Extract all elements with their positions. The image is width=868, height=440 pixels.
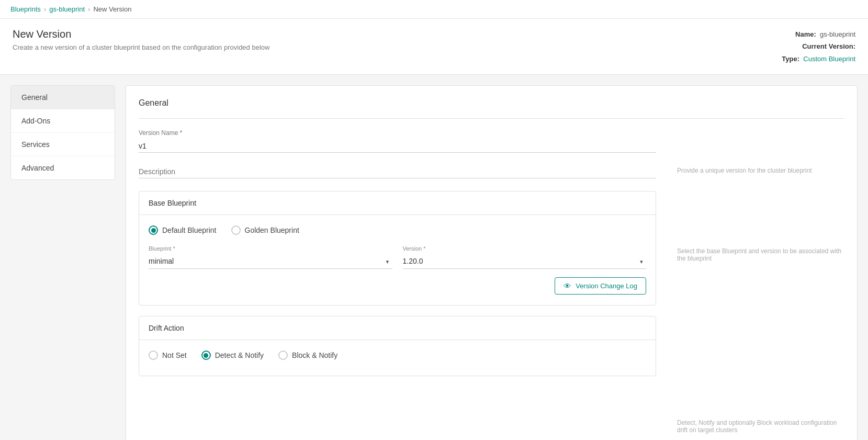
sidebar-item-general[interactable]: General	[11, 86, 115, 109]
base-blueprint-radio-group: Default Blueprint Golden Blueprint	[149, 225, 646, 235]
main-layout: General Add-Ons Services Advanced Genera…	[0, 75, 868, 440]
description-field	[139, 165, 656, 178]
breadcrumb-blueprints[interactable]: Blueprints	[10, 5, 41, 13]
drift-action-section: Drift Action Not Set Detect & Notify	[139, 316, 656, 376]
radio-golden-blueprint-circle	[231, 225, 241, 235]
blueprint-select-group: Blueprint * minimal default custom	[149, 245, 392, 269]
header-left: New Version Create a new version of a cl…	[13, 28, 269, 51]
change-log-row: 👁 Version Change Log	[149, 277, 646, 295]
version-select-label: Version *	[403, 245, 647, 252]
sidebar: General Add-Ons Services Advanced	[10, 85, 115, 180]
blueprint-select-label: Blueprint *	[149, 245, 392, 252]
radio-default-blueprint-circle	[149, 225, 158, 235]
base-blueprint-hint: Select the base Blueprint and version to…	[677, 242, 844, 262]
content-area: General Version Name * Base Blueprint	[126, 85, 858, 440]
version-name-input[interactable]	[139, 140, 656, 153]
radio-golden-blueprint[interactable]: Golden Blueprint	[231, 225, 299, 235]
meta-type: Type: Custom Blueprint	[782, 53, 855, 65]
version-name-label: Version Name *	[139, 129, 656, 137]
select-row: Blueprint * minimal default custom	[149, 245, 646, 269]
page-title: New Version	[13, 28, 269, 40]
sidebar-item-addons[interactable]: Add-Ons	[11, 109, 115, 133]
meta-version-label: Current Version:	[802, 42, 855, 50]
drift-radio-group: Not Set Detect & Notify Block & Notify	[149, 351, 646, 360]
radio-block-notify-circle	[278, 351, 288, 360]
version-change-log-button[interactable]: 👁 Version Change Log	[555, 277, 646, 295]
eye-icon: 👁	[563, 281, 571, 290]
blueprint-select-wrapper: minimal default custom	[149, 254, 392, 269]
radio-block-notify[interactable]: Block & Notify	[278, 351, 337, 360]
base-blueprint-body: Default Blueprint Golden Blueprint Bluep…	[139, 215, 656, 305]
version-name-hint: Provide a unique version for the cluster…	[677, 162, 844, 174]
radio-block-notify-label: Block & Notify	[292, 351, 337, 359]
breadcrumb: Blueprints › gs-blueprint › New Version	[0, 0, 868, 19]
form-main: Version Name * Base Blueprint	[139, 129, 656, 434]
base-blueprint-header: Base Blueprint	[139, 191, 656, 215]
header-right: Name: gs-blueprint Current Version: Type…	[782, 28, 855, 65]
meta-type-value: Custom Blueprint	[803, 55, 855, 63]
drift-action-body: Not Set Detect & Notify Block & Notify	[139, 340, 656, 376]
description-input[interactable]	[139, 165, 656, 178]
drift-action-header: Drift Action	[139, 317, 656, 340]
radio-detect-notify-circle	[201, 351, 211, 360]
radio-default-blueprint[interactable]: Default Blueprint	[149, 225, 217, 235]
breadcrumb-new-version: New Version	[93, 5, 131, 13]
page-subtitle: Create a new version of a cluster bluepr…	[13, 43, 269, 51]
radio-golden-blueprint-label: Golden Blueprint	[245, 226, 299, 234]
sidebar-item-services[interactable]: Services	[11, 133, 115, 156]
page-header: New Version Create a new version of a cl…	[0, 19, 868, 75]
radio-detect-notify-label: Detect & Notify	[215, 351, 264, 359]
breadcrumb-gs-blueprint[interactable]: gs-blueprint	[49, 5, 85, 13]
two-col-form: Version Name * Base Blueprint	[139, 129, 844, 434]
version-select[interactable]: 1.20.0 1.19.0 1.18.0	[403, 254, 647, 269]
drift-action-hint: Detect, Notify and optionally Block work…	[677, 414, 844, 434]
meta-name-value: gs-blueprint	[820, 30, 855, 38]
radio-default-blueprint-label: Default Blueprint	[162, 226, 217, 234]
version-select-group: Version * 1.20.0 1.19.0 1.18.0	[403, 245, 647, 269]
meta-name: Name: gs-blueprint	[782, 28, 855, 40]
divider-1	[139, 118, 844, 119]
meta-type-label: Type:	[782, 55, 799, 63]
meta-name-label: Name:	[795, 30, 816, 38]
meta-version: Current Version:	[782, 40, 855, 52]
radio-not-set[interactable]: Not Set	[149, 351, 187, 360]
breadcrumb-sep-1: ›	[44, 5, 46, 13]
version-name-field: Version Name *	[139, 129, 656, 153]
general-section-title: General	[139, 98, 844, 108]
radio-not-set-label: Not Set	[162, 351, 187, 359]
base-blueprint-section: Base Blueprint Default Blueprint Golden …	[139, 191, 656, 306]
change-log-label: Version Change Log	[576, 282, 637, 290]
sidebar-item-advanced[interactable]: Advanced	[11, 156, 115, 179]
breadcrumb-sep-2: ›	[88, 5, 90, 13]
form-aside: Provide a unique version for the cluster…	[677, 129, 844, 434]
radio-detect-notify[interactable]: Detect & Notify	[201, 351, 264, 360]
version-select-wrapper: 1.20.0 1.19.0 1.18.0	[403, 254, 647, 269]
radio-not-set-circle	[149, 351, 158, 360]
blueprint-select[interactable]: minimal default custom	[149, 254, 392, 269]
